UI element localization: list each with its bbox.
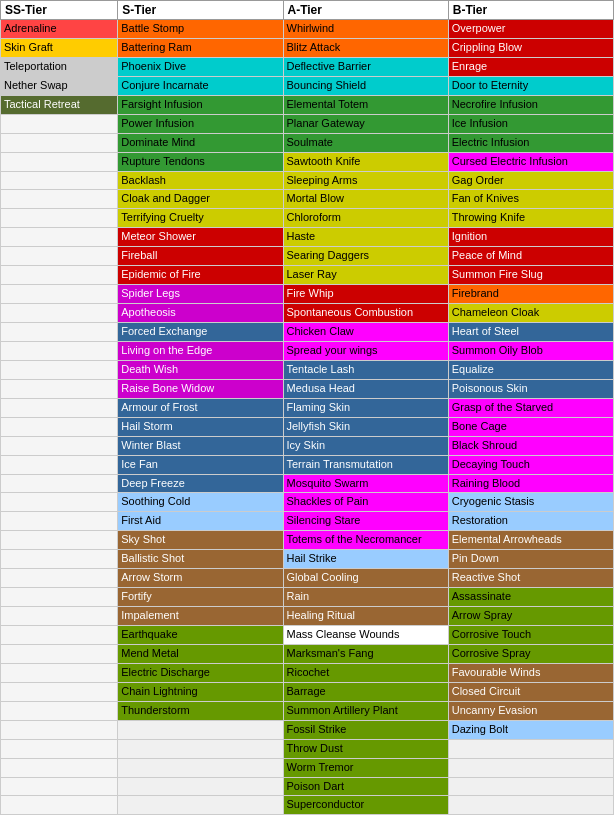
a-cell: Jellyfish Skin — [283, 417, 448, 436]
s-cell: Winter Blast — [118, 436, 283, 455]
a-cell: Soulmate — [283, 133, 448, 152]
table-row: Fossil StrikeDazing Bolt — [1, 720, 614, 739]
table-row: Tactical RetreatFarsight InfusionElement… — [1, 95, 614, 114]
b-cell — [448, 758, 613, 777]
a-cell: Shackles of Pain — [283, 493, 448, 512]
ss-cell — [1, 398, 118, 417]
ss-cell — [1, 152, 118, 171]
b-cell: Corrosive Touch — [448, 626, 613, 645]
b-cell: Raining Blood — [448, 474, 613, 493]
s-cell: Farsight Infusion — [118, 95, 283, 114]
ss-cell — [1, 701, 118, 720]
b-cell: Firebrand — [448, 285, 613, 304]
header-s: S-Tier — [118, 1, 283, 20]
b-cell: Corrosive Spray — [448, 644, 613, 663]
b-cell: Cryogenic Stasis — [448, 493, 613, 512]
table-row: BacklashSleeping ArmsGag Order — [1, 171, 614, 190]
ss-cell — [1, 341, 118, 360]
ss-cell — [1, 171, 118, 190]
s-cell — [118, 796, 283, 815]
a-cell: Poison Dart — [283, 777, 448, 796]
s-cell: Backlash — [118, 171, 283, 190]
a-cell: Marksman's Fang — [283, 644, 448, 663]
a-cell: Medusa Head — [283, 379, 448, 398]
s-cell: Power Infusion — [118, 114, 283, 133]
table-row: Chain LightningBarrageClosed Circuit — [1, 682, 614, 701]
s-cell: Chain Lightning — [118, 682, 283, 701]
a-cell: Fossil Strike — [283, 720, 448, 739]
b-cell: Fan of Knives — [448, 190, 613, 209]
ss-cell — [1, 323, 118, 342]
b-cell: Assassinate — [448, 588, 613, 607]
b-cell — [448, 739, 613, 758]
a-cell: Sawtooth Knife — [283, 152, 448, 171]
b-cell: Reactive Shot — [448, 569, 613, 588]
a-cell: Icy Skin — [283, 436, 448, 455]
b-cell: Equalize — [448, 360, 613, 379]
s-cell: Phoenix Dive — [118, 57, 283, 76]
ss-cell — [1, 588, 118, 607]
table-row: Hail StormJellyfish SkinBone Cage — [1, 417, 614, 436]
a-cell: Tentacle Lash — [283, 360, 448, 379]
a-cell: Chloroform — [283, 209, 448, 228]
ss-cell — [1, 114, 118, 133]
b-cell: Pin Down — [448, 550, 613, 569]
ss-cell — [1, 644, 118, 663]
table-row: AdrenalineBattle StompWhirlwindOverpower — [1, 20, 614, 39]
ss-cell — [1, 247, 118, 266]
ss-cell: Teleportation — [1, 57, 118, 76]
a-cell: Summon Artillery Plant — [283, 701, 448, 720]
a-cell: Terrain Transmutation — [283, 455, 448, 474]
a-cell: Throw Dust — [283, 739, 448, 758]
s-cell: First Aid — [118, 512, 283, 531]
ss-cell — [1, 493, 118, 512]
s-cell: Raise Bone Widow — [118, 379, 283, 398]
s-cell: Forced Exchange — [118, 323, 283, 342]
b-cell: Restoration — [448, 512, 613, 531]
a-cell: Searing Daggers — [283, 247, 448, 266]
ss-cell — [1, 777, 118, 796]
b-cell: Heart of Steel — [448, 323, 613, 342]
b-cell: Door to Eternity — [448, 76, 613, 95]
s-cell: Battering Ram — [118, 38, 283, 57]
table-row: Soothing ColdShackles of PainCryogenic S… — [1, 493, 614, 512]
table-row: First AidSilencing StareRestoration — [1, 512, 614, 531]
table-row: ThunderstormSummon Artillery PlantUncann… — [1, 701, 614, 720]
ss-cell — [1, 455, 118, 474]
s-cell: Armour of Frost — [118, 398, 283, 417]
table-row: Rupture TendonsSawtooth KnifeCursed Elec… — [1, 152, 614, 171]
table-row: FortifyRainAssassinate — [1, 588, 614, 607]
b-cell: Crippling Blow — [448, 38, 613, 57]
ss-cell — [1, 304, 118, 323]
a-cell: Worm Tremor — [283, 758, 448, 777]
s-cell: Apotheosis — [118, 304, 283, 323]
s-cell: Electric Discharge — [118, 663, 283, 682]
b-cell: Decaying Touch — [448, 455, 613, 474]
b-cell: Peace of Mind — [448, 247, 613, 266]
ss-cell — [1, 512, 118, 531]
b-cell: Ignition — [448, 228, 613, 247]
s-cell: Thunderstorm — [118, 701, 283, 720]
table-row: Power InfusionPlanar GatewayIce Infusion — [1, 114, 614, 133]
a-cell: Spread your wings — [283, 341, 448, 360]
header-a: A-Tier — [283, 1, 448, 20]
a-cell: Elemental Totem — [283, 95, 448, 114]
b-cell: Necrofire Infusion — [448, 95, 613, 114]
table-row: ImpalementHealing RitualArrow Spray — [1, 607, 614, 626]
b-cell: Enrage — [448, 57, 613, 76]
ss-cell — [1, 739, 118, 758]
ss-cell — [1, 266, 118, 285]
table-row: Skin GraftBattering RamBlitz AttackCripp… — [1, 38, 614, 57]
ss-cell — [1, 285, 118, 304]
s-cell: Epidemic of Fire — [118, 266, 283, 285]
table-row: Forced ExchangeChicken ClawHeart of Stee… — [1, 323, 614, 342]
s-cell: Meteor Shower — [118, 228, 283, 247]
ss-cell — [1, 796, 118, 815]
ss-cell — [1, 190, 118, 209]
s-cell: Ice Fan — [118, 455, 283, 474]
a-cell: Planar Gateway — [283, 114, 448, 133]
s-cell — [118, 720, 283, 739]
table-row: FireballSearing DaggersPeace of Mind — [1, 247, 614, 266]
ss-cell — [1, 569, 118, 588]
ss-cell — [1, 550, 118, 569]
